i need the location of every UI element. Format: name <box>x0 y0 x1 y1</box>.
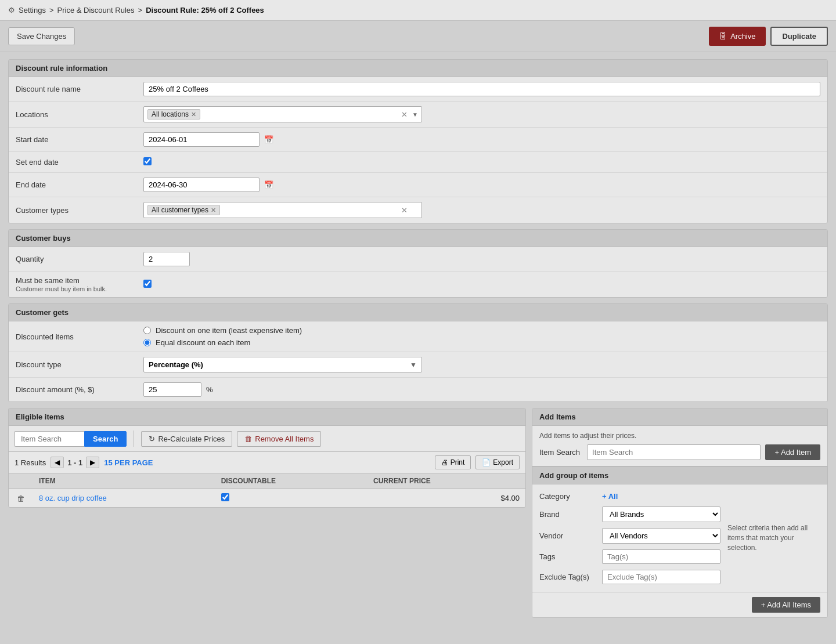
breadcrumb: ⚙ Settings > Price & Discount Rules > Di… <box>0 0 836 21</box>
row-item-name: 8 oz. cup drip coffee <box>33 489 215 508</box>
radio-each-item-label: Equal discount on each item <box>156 338 250 347</box>
breadcrumb-price-rules[interactable]: Price & Discount Rules <box>57 6 135 15</box>
row-price: $4.00 <box>367 489 525 508</box>
set-end-date-checkbox[interactable] <box>143 157 152 165</box>
same-item-checkbox[interactable] <box>143 280 152 288</box>
customer-types-label: Customer types <box>16 206 143 215</box>
radio-one-item-row: Discount on one item (least expensive it… <box>143 326 820 335</box>
per-page-selector[interactable]: 15 PER PAGE <box>104 458 153 467</box>
add-item-button[interactable]: + Add Item <box>765 444 820 460</box>
breadcrumb-sep2: > <box>138 6 143 15</box>
print-button[interactable]: 🖨 Print <box>435 455 471 469</box>
discount-type-label: Discount type <box>16 360 143 369</box>
locations-dropdown-icon[interactable]: ▼ <box>412 111 418 118</box>
item-search-input[interactable] <box>15 431 84 447</box>
brand-row: Brand All Brands <box>539 504 720 525</box>
remove-all-button[interactable]: 🗑 Remove All Items <box>237 431 321 447</box>
end-date-value: 📅 <box>143 178 820 192</box>
duplicate-button[interactable]: Duplicate <box>770 27 828 46</box>
add-all-items-button[interactable]: + Add All Items <box>752 597 820 613</box>
group-fields: Category + All Brand All Brands <box>539 489 720 587</box>
export-button[interactable]: 📄 Export <box>475 455 520 469</box>
start-date-value: 📅 <box>143 132 820 147</box>
archive-button[interactable]: 🗄 Archive <box>709 27 766 46</box>
delete-row-button[interactable]: 🗑 <box>15 494 27 503</box>
add-items-description: Add items to adjust their prices. <box>539 432 820 440</box>
tags-input[interactable] <box>602 549 720 564</box>
pagination-row: 1 Results ◀ 1 - 1 ▶ 15 PER PAGE 🖨 Print … <box>9 452 525 473</box>
prev-page-button[interactable]: ◀ <box>51 457 64 468</box>
next-page-button[interactable]: ▶ <box>86 457 99 468</box>
row-delete-cell: 🗑 <box>9 489 33 508</box>
brand-value: All Brands <box>602 506 720 522</box>
customer-types-clear-icon[interactable]: ✕ <box>401 206 408 215</box>
toolbar-divider <box>134 430 134 447</box>
end-date-input[interactable] <box>143 178 260 192</box>
quantity-label: Quantity <box>16 255 143 263</box>
discount-type-row: Discount type Percentage (%) ▼ <box>9 352 827 378</box>
main-content: Discount rule information Discount rule … <box>0 52 836 625</box>
item-link[interactable]: 8 oz. cup drip coffee <box>39 494 107 502</box>
category-all-link[interactable]: + All <box>602 492 618 501</box>
bottom-section: Eligible items Search ↻ Re-Calculate Pri… <box>8 408 828 618</box>
discount-name-row: Discount rule name <box>9 77 827 102</box>
brand-select[interactable]: All Brands <box>602 506 720 522</box>
items-table: ITEM DISCOUNTABLE CURRENT PRICE 🗑 8 oz. … <box>9 473 525 507</box>
locations-value: All locations ✕ ✕ ▼ <box>143 106 820 122</box>
print-icon: 🖨 <box>441 458 448 466</box>
discount-amount-label: Discount amount (%, $) <box>16 385 143 394</box>
category-label: Category <box>539 492 597 501</box>
discount-name-input[interactable] <box>143 82 820 96</box>
gear-icon: ⚙ <box>8 6 15 15</box>
locations-clear-icon[interactable]: ✕ <box>401 110 408 119</box>
locations-chip-container[interactable]: All locations ✕ ✕ ▼ <box>143 106 422 122</box>
radio-each-item[interactable] <box>143 339 151 346</box>
start-date-input[interactable] <box>143 132 260 147</box>
exclude-tags-input[interactable] <box>602 570 720 584</box>
tags-value <box>602 549 720 564</box>
start-date-calendar-icon[interactable]: 📅 <box>264 135 273 144</box>
add-item-search-row: Item Search + Add Item <box>539 444 820 460</box>
recalculate-button[interactable]: ↻ Re-Calculate Prices <box>141 431 232 447</box>
discount-amount-input-row: % <box>143 382 820 397</box>
quantity-value <box>143 252 820 266</box>
pagination-left: 1 Results ◀ 1 - 1 ▶ 15 PER PAGE <box>15 457 153 468</box>
items-toolbar: Search ↻ Re-Calculate Prices 🗑 Remove Al… <box>9 426 525 452</box>
save-changes-button[interactable]: Save Changes <box>8 27 75 45</box>
table-row: 🗑 8 oz. cup drip coffee $4.00 <box>9 489 525 508</box>
add-items-header: Add Items <box>532 408 827 426</box>
discounted-items-row: Discounted items Discount on one item (l… <box>9 321 827 352</box>
locations-chip-remove[interactable]: ✕ <box>191 111 196 118</box>
search-button[interactable]: Search <box>84 431 127 447</box>
exclude-tags-row: Exclude Tag(s) <box>539 567 720 587</box>
discount-type-select[interactable]: Percentage (%) <box>144 357 405 372</box>
set-end-date-value <box>143 157 820 167</box>
quantity-input[interactable] <box>143 252 190 266</box>
customer-types-chip-container[interactable]: All customer types ✕ ✕ <box>143 202 422 218</box>
customer-types-chip-remove[interactable]: ✕ <box>211 207 216 214</box>
end-date-row: End date 📅 <box>9 173 827 197</box>
recalc-icon: ↻ <box>149 435 155 443</box>
page-nav: ◀ 1 - 1 ▶ <box>51 457 99 468</box>
add-items-section: Add items to adjust their prices. Item S… <box>532 426 827 466</box>
discount-amount-input[interactable] <box>143 382 201 397</box>
discount-name-value[interactable] <box>143 82 820 96</box>
add-item-search-label: Item Search <box>539 448 580 457</box>
radio-one-item[interactable] <box>143 327 151 334</box>
eligible-items-card: Eligible items Search ↻ Re-Calculate Pri… <box>8 408 526 508</box>
add-group-body: Category + All Brand All Brands <box>532 484 827 592</box>
breadcrumb-sep1: > <box>49 6 54 15</box>
add-item-search-input[interactable] <box>587 444 761 460</box>
breadcrumb-settings[interactable]: Settings <box>19 6 46 15</box>
same-item-value <box>143 280 820 290</box>
discountable-checkbox[interactable] <box>221 493 229 501</box>
vendor-select[interactable]: All Vendors <box>602 528 720 544</box>
exclude-tags-label: Exclude Tag(s) <box>539 573 597 581</box>
table-header-row: ITEM DISCOUNTABLE CURRENT PRICE <box>9 473 525 489</box>
item-search-group: Search <box>15 431 127 447</box>
pagination-right: 🖨 Print 📄 Export <box>435 455 520 469</box>
discounted-items-radio-group: Discount on one item (least expensive it… <box>143 326 820 347</box>
end-date-calendar-icon[interactable]: 📅 <box>264 180 273 189</box>
col-price-header: CURRENT PRICE <box>367 473 525 489</box>
same-item-label: Must be same item Customer must buy item… <box>16 276 143 292</box>
